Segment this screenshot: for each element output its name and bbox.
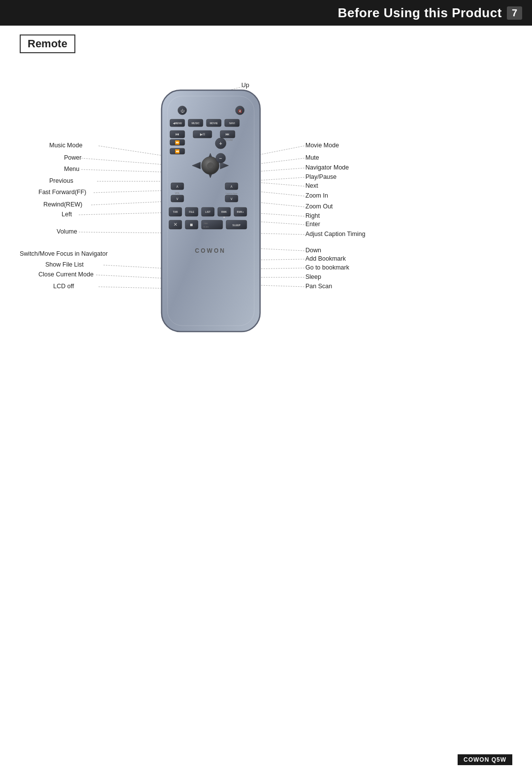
svg-rect-65	[171, 183, 184, 190]
svg-line-22	[244, 248, 304, 251]
svg-marker-60	[220, 162, 229, 169]
svg-text:TAB: TAB	[173, 210, 178, 213]
svg-rect-39	[206, 119, 221, 127]
svg-text:Caption Sync: Caption Sync	[226, 192, 237, 195]
svg-rect-75	[169, 207, 182, 216]
remote-diagram: ⏻ 🔇 × ◀MENU MUSIC MOVIE NAVI ⏮ ▶/II ⏭ SE…	[0, 58, 532, 393]
label-movie-mode: Movie Mode	[305, 142, 339, 149]
svg-text:NAVI: NAVI	[229, 122, 235, 125]
svg-line-14	[244, 168, 304, 172]
svg-text:MOVIE: MOVIE	[210, 122, 218, 125]
svg-text:BMK+: BMK+	[237, 210, 244, 213]
svg-marker-59	[192, 162, 200, 169]
svg-text:⏮: ⏮	[175, 132, 179, 136]
svg-text:VOL: VOL	[175, 192, 180, 195]
svg-marker-57	[207, 153, 214, 162]
label-next: Next	[305, 182, 318, 189]
svg-line-13	[244, 158, 304, 166]
label-close-current: Close Current Mode	[38, 271, 94, 278]
svg-text:⏪: ⏪	[175, 149, 180, 154]
svg-rect-68	[171, 195, 184, 202]
svg-text:⏻: ⏻	[180, 109, 185, 113]
svg-rect-35	[170, 119, 185, 127]
svg-text:SEEK: SEEK	[174, 142, 181, 145]
svg-point-62	[207, 163, 213, 168]
svg-line-20	[244, 221, 304, 225]
svg-text:LIST: LIST	[205, 210, 211, 213]
label-zoom-out: Zoom Out	[305, 203, 333, 210]
svg-line-21	[244, 233, 304, 235]
svg-rect-77	[185, 207, 198, 216]
svg-rect-70	[225, 183, 238, 190]
footer-brand: COWON Q5W	[458, 754, 512, 765]
svg-text:SCAN: SCAN	[203, 226, 208, 228]
label-zoom-in: Zoom In	[305, 192, 328, 199]
label-right-btn: Right	[305, 212, 320, 219]
svg-rect-84	[234, 207, 247, 216]
svg-line-12	[244, 146, 304, 158]
svg-text:∨: ∨	[176, 197, 179, 201]
svg-line-24	[244, 268, 304, 269]
label-show-file: Show File List	[45, 261, 84, 268]
svg-text:SLEEP: SLEEP	[233, 224, 241, 227]
svg-line-16	[244, 181, 304, 186]
svg-line-19	[244, 212, 304, 216]
svg-rect-90	[201, 220, 223, 229]
svg-rect-29	[167, 96, 254, 326]
svg-text:ZOOM: ZOOM	[226, 138, 233, 141]
svg-line-15	[244, 177, 304, 181]
svg-line-0	[99, 146, 176, 158]
svg-text:FILE: FILE	[189, 210, 195, 213]
svg-line-9	[103, 265, 176, 269]
svg-point-30	[178, 106, 187, 115]
svg-point-83	[224, 217, 225, 218]
svg-text:∧: ∧	[176, 184, 179, 189]
svg-line-27	[210, 87, 242, 95]
label-go-bookmark: Go to bookmark	[305, 264, 349, 271]
svg-point-63	[216, 153, 226, 163]
svg-rect-45	[193, 131, 212, 138]
svg-marker-58	[207, 169, 214, 178]
svg-text:🔇: 🔇	[238, 109, 242, 113]
label-switch-move: Switch/Move Focus in Navigator	[20, 250, 108, 257]
svg-rect-47	[220, 131, 235, 138]
label-menu: Menu	[64, 166, 79, 172]
svg-line-8	[176, 254, 183, 260]
svg-text:−: −	[219, 156, 222, 161]
svg-text:×: ×	[239, 110, 241, 113]
svg-rect-93	[226, 220, 247, 229]
svg-line-2	[81, 169, 176, 172]
label-play-pause: Play/Pause	[305, 173, 336, 180]
svg-text:∧: ∧	[230, 184, 233, 189]
label-add-bookmark: Add Bookmark	[305, 255, 346, 262]
svg-text:MUSIC: MUSIC	[192, 122, 200, 125]
svg-rect-81	[218, 207, 231, 216]
svg-line-17	[244, 190, 304, 196]
svg-text:∨: ∨	[230, 197, 233, 201]
svg-text:⏩: ⏩	[175, 140, 180, 145]
label-enter: Enter	[305, 221, 320, 228]
label-pan-scan: Pan Scan	[305, 283, 332, 290]
svg-text:✕: ✕	[173, 222, 177, 227]
svg-line-1	[81, 158, 176, 166]
svg-rect-28	[162, 90, 260, 332]
svg-line-5	[91, 201, 176, 205]
svg-line-11	[99, 287, 176, 289]
svg-line-4	[94, 190, 176, 193]
svg-text:▶/II: ▶/II	[200, 133, 205, 136]
svg-rect-79	[201, 207, 214, 216]
label-navigator-mode: Navigator Mode	[305, 164, 349, 171]
label-up: Up	[241, 82, 249, 89]
svg-text:PAN: PAN	[204, 222, 208, 225]
section-title: Remote	[28, 37, 67, 50]
svg-text:COWON: COWON	[195, 247, 226, 254]
svg-rect-37	[188, 119, 203, 127]
label-previous: Previous	[49, 177, 73, 184]
svg-text:⏹: ⏹	[190, 223, 194, 227]
svg-rect-41	[225, 119, 239, 127]
header-title: Before Using this Product	[338, 5, 502, 21]
diagram-area: Up Music Mode Power Menu Previous Fast F…	[0, 58, 532, 393]
svg-point-61	[201, 157, 219, 174]
svg-line-6	[79, 212, 176, 215]
svg-line-18	[244, 201, 304, 207]
